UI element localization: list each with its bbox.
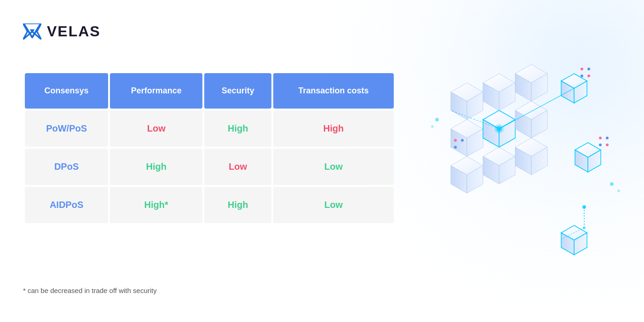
svg-point-46 [599, 144, 602, 146]
svg-point-58 [431, 125, 434, 128]
svg-point-57 [435, 118, 439, 121]
comparison-table-container: Consensys Performance Security Transacti… [23, 71, 396, 225]
logo-text: VELAS [47, 23, 101, 40]
svg-point-50 [454, 146, 457, 149]
comparison-table: Consensys Performance Security Transacti… [23, 71, 396, 225]
header-security: Security [204, 73, 271, 109]
table-row: AIDPoS High* High Low [25, 187, 394, 223]
footnote: * can be decreased in trade off with sec… [23, 287, 157, 294]
row2-security: Low [204, 149, 271, 185]
row1-consensys: PoW/PoS [25, 110, 108, 147]
cube-grid-svg [409, 46, 630, 290]
svg-point-60 [617, 190, 620, 192]
row1-transaction-costs: High [273, 110, 394, 147]
svg-point-43 [587, 75, 590, 77]
table-row: DPoS High Low Low [25, 149, 394, 185]
svg-point-48 [454, 139, 457, 142]
row3-consensys: AIDPoS [25, 187, 108, 223]
svg-point-47 [606, 144, 609, 146]
header-performance: Performance [110, 73, 202, 109]
svg-point-42 [581, 75, 583, 77]
svg-point-44 [599, 137, 602, 139]
cube-illustration [409, 46, 630, 290]
row2-consensys: DPoS [25, 149, 108, 185]
row1-security: High [204, 110, 271, 147]
svg-point-40 [581, 68, 583, 70]
logo-area: VELAS [23, 23, 101, 40]
svg-point-59 [610, 182, 614, 186]
header-consensys: Consensys [25, 73, 108, 109]
row3-transaction-costs: Low [273, 187, 394, 223]
row3-security: High [204, 187, 271, 223]
row2-transaction-costs: Low [273, 149, 394, 185]
row1-performance: Low [110, 110, 202, 147]
table-row: PoW/PoS Low High High [25, 110, 394, 147]
row2-performance: High [110, 149, 202, 185]
header-transaction-costs: Transaction costs [273, 73, 394, 109]
svg-point-45 [606, 137, 609, 139]
row3-performance: High* [110, 187, 202, 223]
svg-point-49 [461, 139, 464, 142]
velas-logo-icon [23, 23, 41, 40]
svg-point-41 [587, 68, 590, 70]
